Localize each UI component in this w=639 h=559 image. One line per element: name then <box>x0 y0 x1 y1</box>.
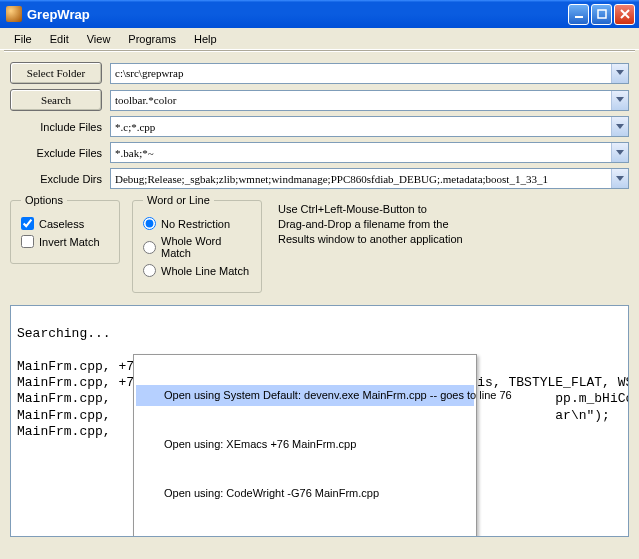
title-bar: GrepWrap <box>0 0 639 28</box>
whole-word-radio[interactable] <box>143 241 156 254</box>
app-icon <box>6 6 22 22</box>
exclude-dirs-combo[interactable] <box>110 168 629 189</box>
folder-dropdown-icon[interactable] <box>611 64 628 83</box>
include-files-combo[interactable] <box>110 116 629 137</box>
hint-text: Use Ctrl+Left-Mouse-Button to Drag-and-D… <box>274 194 463 247</box>
search-input[interactable] <box>111 91 611 110</box>
hint-line: Use Ctrl+Left-Mouse-Button to <box>278 202 463 217</box>
ctx-open-system-default[interactable]: Open using System Default: devenv.exe Ma… <box>136 385 474 407</box>
menu-programs[interactable]: Programs <box>120 31 184 47</box>
caseless-label: Caseless <box>39 218 84 230</box>
folder-combo[interactable] <box>110 63 629 84</box>
word-or-line-group: Word or Line No Restriction Whole Word M… <box>132 194 262 293</box>
invert-match-checkbox[interactable] <box>21 235 34 248</box>
whole-word-label: Whole Word Match <box>161 235 251 259</box>
menu-file[interactable]: File <box>6 31 40 47</box>
exclude-files-input[interactable] <box>111 143 611 162</box>
maximize-button[interactable] <box>591 4 612 25</box>
ctx-open-codewright[interactable]: Open using: CodeWright -G76 MainFrm.cpp <box>136 483 474 505</box>
caseless-checkbox[interactable] <box>21 217 34 230</box>
menu-help[interactable]: Help <box>186 31 225 47</box>
folder-input[interactable] <box>111 64 611 83</box>
ctx-open-ultraedit[interactable]: Open using: UltraEdit MainFrm.cpp -l76 <box>136 532 474 537</box>
include-dropdown-icon[interactable] <box>611 117 628 136</box>
no-restriction-label: No Restriction <box>161 218 230 230</box>
select-folder-button[interactable]: Select Folder <box>10 62 102 84</box>
ctx-open-xemacs[interactable]: Open using: XEmacs +76 MainFrm.cpp <box>136 434 474 456</box>
whole-line-radio[interactable] <box>143 264 156 277</box>
close-button[interactable] <box>614 4 635 25</box>
include-files-label: Include Files <box>10 121 110 133</box>
options-group: Options Caseless Invert Match <box>10 194 120 264</box>
exclude-dirs-input[interactable] <box>111 169 611 188</box>
form-area: Select Folder Search Include Files Exclu… <box>0 52 639 301</box>
menu-edit[interactable]: Edit <box>42 31 77 47</box>
minimize-button[interactable] <box>568 4 589 25</box>
include-files-input[interactable] <box>111 117 611 136</box>
invert-match-label: Invert Match <box>39 236 100 248</box>
no-restriction-radio[interactable] <box>143 217 156 230</box>
search-button[interactable]: Search <box>10 89 102 111</box>
exclude-files-dropdown-icon[interactable] <box>611 143 628 162</box>
context-menu: Open using System Default: devenv.exe Ma… <box>133 354 477 537</box>
menu-bar: File Edit View Programs Help <box>0 28 639 50</box>
menu-view[interactable]: View <box>79 31 119 47</box>
word-or-line-legend: Word or Line <box>143 194 214 206</box>
search-combo[interactable] <box>110 90 629 111</box>
window-title: GrepWrap <box>27 7 568 22</box>
whole-line-label: Whole Line Match <box>161 265 249 277</box>
hint-line: Results window to another application <box>278 232 463 247</box>
results-line: Searching... <box>17 326 111 341</box>
search-dropdown-icon[interactable] <box>611 91 628 110</box>
hint-line: Drag-and-Drop a filename from the <box>278 217 463 232</box>
svg-rect-0 <box>575 16 583 18</box>
exclude-files-label: Exclude Files <box>10 147 110 159</box>
results-line: MainFrm.cpp, <box>17 424 111 439</box>
exclude-dirs-label: Exclude Dirs <box>10 173 110 185</box>
exclude-dirs-dropdown-icon[interactable] <box>611 169 628 188</box>
options-legend: Options <box>21 194 67 206</box>
results-pane[interactable]: Searching... MainFrm.cpp, +74 -- MainFrm… <box>10 305 629 537</box>
svg-rect-1 <box>598 10 606 18</box>
exclude-files-combo[interactable] <box>110 142 629 163</box>
